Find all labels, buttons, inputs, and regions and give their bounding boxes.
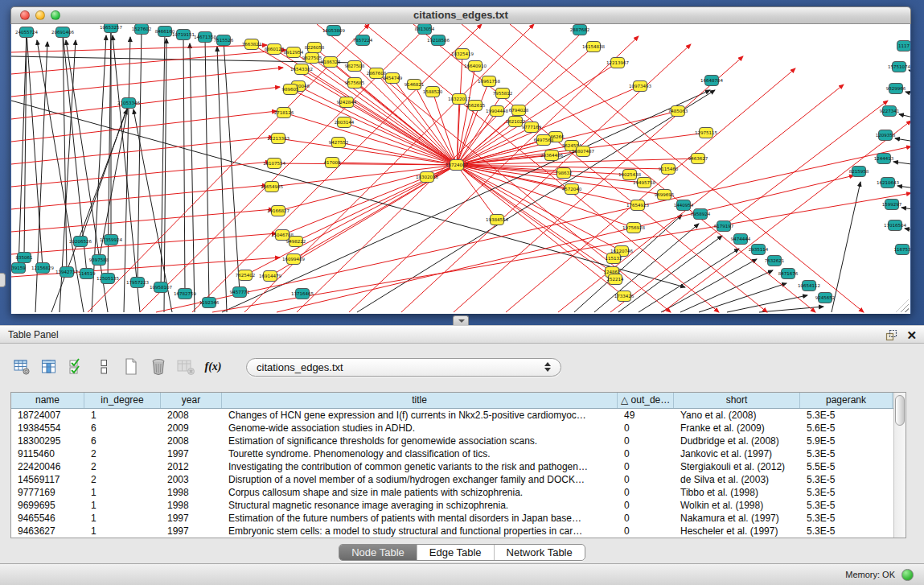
graph-node[interactable]: 8226058	[305, 43, 325, 53]
table-cell-name[interactable]: 9463627	[11, 525, 84, 538]
graph-node[interactable]: 8912954	[284, 47, 304, 58]
graph-node[interactable]: 16640910	[464, 61, 487, 72]
table-cell-title[interactable]: Changes of HCN gene expression and I(f) …	[222, 409, 618, 422]
table-cell-pagerank[interactable]: 5.9E-5	[800, 435, 893, 447]
graph-node[interactable]: 39159	[11, 263, 26, 274]
table-cell-out-degree[interactable]: 0	[618, 422, 674, 435]
table-cell-short[interactable]: Stergiakouli et al. (2012)	[674, 460, 800, 473]
table-cell-short[interactable]: Nakamura et al. (1997)	[674, 512, 800, 525]
graph-node[interactable]: 7515526	[214, 35, 234, 46]
graph-node[interactable]: 1588520	[423, 87, 443, 97]
graph-node[interactable]: 16053809	[322, 26, 345, 36]
table-cell-short[interactable]: Tibbo et al. (1998)	[674, 486, 800, 499]
graph-node[interactable]: 10653257	[100, 24, 122, 33]
graph-node[interactable]: 8215958	[849, 167, 869, 177]
graph-node[interactable]: 6794028	[509, 105, 529, 116]
table-selector-dropdown[interactable]: citations_edges.txt	[246, 358, 561, 377]
graph-node[interactable]: 1440954	[674, 200, 694, 211]
table-row[interactable]: 946362711997Embryonic stem cells: a mode…	[11, 525, 906, 538]
table-mode-button[interactable]	[11, 356, 32, 377]
table-cell-year[interactable]: 1997	[161, 525, 222, 538]
function-builder-button[interactable]: f(x)	[203, 356, 224, 377]
table-cell-in-degree[interactable]: 1	[84, 499, 161, 512]
table-scrollbar[interactable]	[893, 393, 906, 538]
table-cell-pagerank[interactable]: 5.3E-5	[800, 525, 893, 538]
table-cell-title[interactable]: Embryonic stem cells: a model to study s…	[222, 525, 618, 538]
column-header-name[interactable]: name	[11, 393, 84, 408]
table-row[interactable]: 946554611997Estimation of the future num…	[11, 512, 906, 525]
table-cell-out-degree[interactable]: 0	[618, 499, 674, 512]
graph-node[interactable]: 114519	[79, 269, 96, 279]
graph-node[interactable]: 12213383	[267, 134, 290, 144]
table-cell-in-degree[interactable]: 1	[84, 486, 161, 499]
table-cell-short[interactable]: Hescheler et al. (1997)	[674, 525, 800, 538]
graph-node[interactable]: 835061	[16, 253, 33, 263]
table-cell-pagerank[interactable]: 5.3E-5	[800, 499, 893, 512]
table-cell-name[interactable]: 18300295	[11, 435, 84, 447]
graph-node[interactable]: 115132	[606, 253, 622, 264]
table-row[interactable]: 1872400712008Changes of HCN gene express…	[11, 409, 906, 422]
table-cell-year[interactable]: 2003	[161, 473, 222, 486]
table-cell-year[interactable]: 1997	[161, 512, 222, 525]
table-cell-short[interactable]: Dudbridge et al. (2008)	[674, 435, 800, 447]
graph-node[interactable]: 9227341	[880, 106, 900, 117]
graph-node[interactable]: 10654112	[798, 281, 820, 291]
table-cell-short[interactable]: de Silva et al. (2003)	[674, 473, 800, 486]
graph-node[interactable]: 18107554	[263, 159, 285, 169]
table-cell-pagerank[interactable]: 5.3E-5	[800, 447, 893, 460]
graph-node[interactable]: 16154838	[582, 42, 605, 52]
table-cell-in-degree[interactable]: 2	[84, 460, 161, 473]
graph-node[interactable]: 9827505	[302, 53, 322, 64]
graph-node[interactable]: 1527602	[132, 24, 152, 35]
tab-network-table[interactable]: Network Table	[494, 545, 585, 560]
row-options-button[interactable]	[93, 356, 114, 377]
minimize-button[interactable]	[35, 10, 45, 20]
graph-node[interactable]: 9457771	[230, 287, 250, 298]
table-cell-title[interactable]: Structural magnetic resonance image aver…	[222, 499, 618, 512]
table-cell-out-degree[interactable]: 0	[618, 486, 674, 499]
table-row[interactable]: 1938455462009Genome-wide association stu…	[11, 422, 906, 435]
table-cell-title[interactable]: Corpus callosum shape and size in male p…	[222, 486, 618, 499]
graph-node[interactable]: 1244413	[874, 154, 894, 164]
table-row[interactable]: 969969511998Structural magnetic resonanc…	[11, 499, 906, 512]
graph-node[interactable]: 16210643	[877, 178, 899, 188]
graph-node[interactable]: 17957223	[126, 278, 149, 288]
table-cell-title[interactable]: Genome-wide association studies in ADHD.	[222, 422, 618, 435]
close-button[interactable]	[20, 10, 30, 20]
close-panel-icon[interactable]: ✕	[906, 329, 917, 341]
table-scrollbar-thumb[interactable]	[895, 395, 905, 426]
graph-node[interactable]: 989605	[282, 84, 299, 95]
table-row[interactable]: 2242004622012Investigating the contribut…	[11, 460, 906, 473]
graph-node[interactable]: 13716465	[291, 289, 314, 299]
table-cell-in-degree[interactable]: 2	[84, 447, 161, 460]
graph-node[interactable]: 16782759	[174, 289, 196, 299]
graph-node[interactable]: 12213967	[606, 58, 629, 68]
graph-node[interactable]: 2718126	[274, 108, 294, 118]
tab-edge-table[interactable]: Edge Table	[417, 545, 494, 560]
graph-node[interactable]: 252214	[607, 274, 624, 285]
graph-node[interactable]: 6179197	[714, 221, 734, 232]
show-column-button[interactable]	[39, 356, 60, 377]
table-cell-pagerank[interactable]: 5.6E-5	[800, 422, 893, 435]
table-cell-in-degree[interactable]: 2	[84, 473, 161, 486]
column-header-out-degree[interactable]: △ out_de…	[618, 393, 674, 408]
graph-node[interactable]: 15751074	[888, 62, 910, 72]
graph-node[interactable]: 1599297	[882, 200, 902, 210]
table-cell-out-degree[interactable]: 0	[618, 460, 674, 473]
select-columns-button[interactable]	[66, 356, 87, 377]
table-cell-name[interactable]: 14569117	[11, 473, 84, 486]
delete-table-button[interactable]	[175, 356, 196, 377]
graph-node[interactable]: 9397588	[89, 255, 109, 266]
table-cell-name[interactable]: 18724007	[11, 409, 84, 422]
split-pane-handle[interactable]	[453, 315, 469, 325]
create-column-button[interactable]	[121, 356, 142, 377]
table-row[interactable]: 911546021997Tourette syndrome. Phenomeno…	[11, 447, 906, 460]
table-cell-in-degree[interactable]: 6	[84, 435, 161, 447]
table-cell-out-degree[interactable]: 0	[618, 447, 674, 460]
graph-node[interactable]: 9146821	[405, 80, 425, 90]
graph-node[interactable]: 8454749	[383, 73, 403, 84]
table-cell-short[interactable]: Franke et al. (2009)	[674, 422, 800, 435]
column-header-short[interactable]: short	[674, 393, 800, 408]
table-cell-title[interactable]: Tourette syndrome. Phenomenology and cla…	[222, 447, 618, 460]
graph-node[interactable]: 798632	[556, 168, 573, 179]
